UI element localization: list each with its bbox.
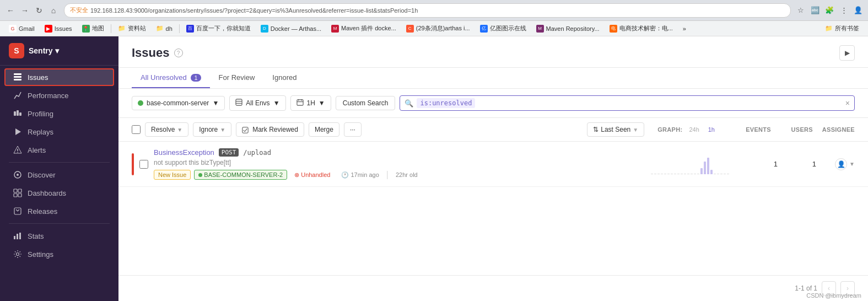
issue-severity-bar — [132, 153, 134, 175]
browser-chrome: ← → ↻ ⌂ 不安全 192.168.128.43:9000/organiza… — [0, 0, 868, 21]
bookmark-csdn-label: (29条消息)arthas i... — [416, 24, 470, 33]
replays-icon — [13, 127, 22, 136]
bookmark-ec[interactable]: 电 电商技术解密：电... — [605, 23, 677, 34]
nav-buttons: ← → ↻ ⌂ — [4, 4, 60, 17]
bookmark-map-label: 地图 — [92, 24, 104, 33]
tab-ignored[interactable]: Ignored — [263, 68, 305, 88]
sidebar-item-stats[interactable]: Stats — [4, 227, 114, 245]
tab-for-review[interactable]: For Review — [210, 68, 264, 88]
issues-icon — [13, 73, 22, 82]
bookmark-yitu[interactable]: 亿 亿图图示在线 — [476, 23, 531, 34]
sort-label: Last Seen — [601, 126, 630, 133]
address-bar[interactable]: 不安全 192.168.128.43:9000/organizations/se… — [64, 3, 791, 18]
graph-bar — [677, 173, 680, 174]
sidebar-item-profiling[interactable]: Profiling — [4, 105, 114, 122]
home-button[interactable]: ⌂ — [47, 4, 60, 17]
graph-bar — [694, 173, 696, 174]
bookmark-gmail[interactable]: G Gmail — [4, 24, 39, 34]
sidebar-header[interactable]: S Sentry ▾ — [0, 36, 118, 66]
bookmark-folder1[interactable]: 📁 资料站 — [114, 23, 150, 34]
graph-bar — [691, 173, 693, 174]
search-input-area[interactable]: 🔍 is:unresolved × — [400, 95, 855, 111]
reload-button[interactable]: ↻ — [33, 4, 45, 17]
org-switcher[interactable]: Sentry ▾ — [29, 46, 59, 55]
bookmark-youtube[interactable]: ▶ Issues — [40, 24, 77, 34]
merge-button[interactable]: Merge — [309, 122, 339, 137]
bookmark-dh[interactable]: 📁 dh — [152, 24, 177, 33]
assignee-avatar[interactable]: 👤 — [835, 158, 847, 170]
sidebar-item-replays[interactable]: Replays — [4, 123, 114, 141]
stats-icon — [13, 232, 22, 240]
help-icon[interactable]: ? — [174, 49, 183, 57]
expand-button[interactable]: ▶ — [839, 45, 855, 61]
issue-exception-link[interactable]: BusinessException — [154, 148, 214, 157]
sidebar-item-discover[interactable]: Discover — [4, 166, 114, 184]
tab-all-unresolved[interactable]: All Unresolved 1 — [132, 68, 210, 88]
resolve-button[interactable]: Resolve ▼ — [145, 122, 188, 137]
env-filter-label: All Envs — [246, 99, 269, 107]
sidebar-item-releases[interactable]: Releases — [4, 202, 114, 220]
issue-info: BusinessException POST /upload not suppo… — [154, 148, 645, 180]
sidebar-item-issues[interactable]: Issues — [4, 68, 114, 86]
period-filter-button[interactable]: 1H ▼ — [290, 95, 331, 111]
bookmark-maven2[interactable]: M Maven Repository... — [532, 24, 604, 34]
browser-actions: ☆ 🔤 🧩 ⋮ 👤 — [795, 5, 864, 16]
page-header-actions: ▶ — [839, 45, 855, 61]
sidebar-stats-label: Stats — [28, 232, 44, 240]
bookmark-map[interactable]: 📍 地图 — [78, 23, 109, 34]
issue-events: 1 — [745, 160, 778, 168]
extension-button[interactable]: 🧩 — [824, 5, 835, 16]
sort-button[interactable]: ⇅ Last Seen ▼ — [587, 122, 644, 137]
sidebar-item-dashboards[interactable]: Dashboards — [4, 184, 114, 202]
graph-1h-button[interactable]: 1h — [706, 125, 717, 134]
bookmark-maven[interactable]: M Maven 插件 docke... — [327, 23, 401, 34]
issue-method-badge: POST — [219, 148, 239, 157]
bookmark-folder1-label: 资料站 — [128, 24, 146, 33]
issue-assignee: 👤 ▼ — [822, 158, 855, 170]
watermark: CSDN @ibmydream — [806, 292, 861, 299]
sidebar-releases-label: Releases — [28, 207, 57, 216]
sidebar-item-performance[interactable]: Performance — [4, 87, 114, 104]
graph-bar — [704, 162, 706, 174]
translate-button[interactable]: 🔤 — [810, 5, 821, 16]
alerts-icon — [13, 146, 22, 154]
svg-rect-3 — [14, 111, 16, 116]
bookmark-more[interactable]: » — [678, 24, 691, 33]
more-actions-button[interactable]: ··· — [344, 122, 362, 137]
csdn-icon: C — [406, 25, 414, 33]
graph-bar — [707, 158, 709, 174]
settings-button[interactable]: ⋮ — [838, 5, 849, 16]
search-clear-button[interactable]: × — [845, 99, 850, 108]
bookmark-docker[interactable]: D Docker — Arthas... — [256, 24, 326, 34]
assignee-caret-icon[interactable]: ▼ — [849, 161, 855, 167]
project-filter-button[interactable]: base-common-server ▼ — [132, 96, 225, 110]
forward-button[interactable]: → — [19, 4, 31, 17]
folder1-icon: 📁 — [118, 25, 126, 32]
sidebar-item-settings[interactable]: Settings — [4, 245, 114, 263]
graph-header: GRAPH: 24h 1h — [657, 125, 717, 134]
releases-icon — [13, 207, 22, 216]
graph-24h-button[interactable]: 24h — [687, 125, 701, 134]
select-all-checkbox[interactable] — [132, 125, 141, 134]
page-title-row: Issues ? — [132, 46, 183, 60]
settings-icon — [13, 250, 22, 259]
bookmark-all[interactable]: 📁 所有书签 — [821, 23, 864, 34]
bookmark-star-button[interactable]: ☆ — [795, 5, 806, 16]
ignore-caret-icon: ▼ — [220, 127, 225, 133]
mark-reviewed-label — [242, 126, 250, 133]
env-filter-button[interactable]: All Envs ▼ — [229, 95, 285, 111]
back-button[interactable]: ← — [4, 4, 17, 17]
env-filter-caret: ▼ — [273, 99, 280, 107]
bookmark-baidu[interactable]: 百 百度一下，你就知道 — [182, 23, 255, 34]
tab-all-unresolved-badge: 1 — [191, 74, 201, 82]
bookmark-maven-label: Maven 插件 docke... — [341, 24, 396, 33]
graph-bar — [671, 173, 673, 174]
sidebar-item-alerts[interactable]: Alerts — [4, 141, 114, 159]
issue-checkbox[interactable] — [139, 160, 148, 169]
custom-search-button[interactable]: Custom Search — [336, 96, 396, 110]
bookmark-csdn[interactable]: C (29条消息)arthas i... — [402, 23, 475, 34]
profile-button[interactable]: 👤 — [853, 5, 864, 16]
mark-reviewed-button[interactable]: Mark Reviewed — [236, 122, 304, 137]
col-header-events: EVENTS — [738, 126, 771, 133]
ignore-button[interactable]: Ignore ▼ — [193, 122, 231, 137]
